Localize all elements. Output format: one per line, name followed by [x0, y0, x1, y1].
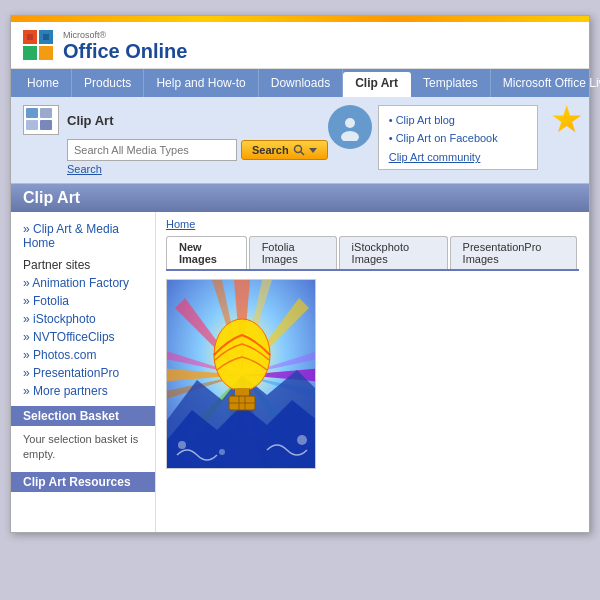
- clipart-facebook-link[interactable]: Clip Art on Facebook: [389, 130, 498, 148]
- clip-art-thumbnail-icon: [23, 105, 59, 135]
- search-right-wrapper: Clip Art blog Clip Art on Facebook Clip …: [328, 105, 582, 170]
- page-title: Clip Art: [23, 189, 80, 206]
- svg-rect-2: [23, 46, 37, 60]
- sidebar-link-presentationpro[interactable]: » PresentationPro: [11, 364, 155, 382]
- clipart-blog-link[interactable]: Clip Art blog: [389, 112, 498, 130]
- sidebar-basket-text: Your selection basket is empty.: [11, 429, 155, 466]
- tab-presentationpro-images[interactable]: PresentationPro Images: [450, 236, 577, 269]
- office-online-label: Office Online: [63, 40, 187, 62]
- svg-line-11: [300, 152, 304, 156]
- sidebar-link-nvtofficeclips[interactable]: » NVTOfficeClips: [11, 328, 155, 346]
- svg-rect-4: [27, 34, 33, 40]
- svg-point-46: [219, 449, 225, 455]
- nav-tab-products[interactable]: Products: [72, 69, 144, 97]
- community-label[interactable]: Clip Art community: [389, 151, 481, 163]
- sidebar-clip-art-resources-title: Clip Art Resources: [11, 472, 155, 492]
- image-tabs: New Images Fotolia Images iStockphoto Im…: [166, 236, 579, 271]
- search-left-panel: Clip Art Search Search: [23, 105, 328, 175]
- sidebar-link-more-partners[interactable]: » More partners: [11, 382, 155, 400]
- search-input-row: Search: [67, 139, 328, 161]
- sidebar-link-photos[interactable]: » Photos.com: [11, 346, 155, 364]
- person-icon: [336, 113, 364, 141]
- nav-tab-home[interactable]: Home: [15, 69, 72, 97]
- tab-fotolia-images[interactable]: Fotolia Images: [249, 236, 337, 269]
- nav-tab-downloads[interactable]: Downloads: [259, 69, 343, 97]
- sidebar-partner-sites-label: Partner sites: [11, 252, 155, 274]
- main-content: Home New Images Fotolia Images iStockpho…: [156, 212, 589, 532]
- tab-new-images[interactable]: New Images: [166, 236, 247, 269]
- sidebar-link-media-home[interactable]: » Clip Art & Media Home: [11, 220, 155, 252]
- svg-rect-9: [40, 120, 52, 130]
- search-input[interactable]: [67, 139, 237, 161]
- nav-tab-help[interactable]: Help and How-to: [144, 69, 258, 97]
- svg-point-44: [178, 441, 186, 449]
- sidebar-link-animation-factory[interactable]: » Animation Factory: [11, 274, 155, 292]
- svg-rect-6: [26, 108, 38, 118]
- svg-rect-3: [39, 46, 53, 60]
- community-panel: Clip Art blog Clip Art on Facebook Clip …: [378, 105, 538, 170]
- star-badge-icon: [552, 105, 582, 135]
- image-preview: [166, 279, 316, 469]
- search-icon: [293, 144, 305, 156]
- search-label-row: Clip Art: [23, 105, 328, 135]
- content-area: » Clip Art & Media Home Partner sites » …: [11, 212, 589, 532]
- nav-tab-officelive[interactable]: Microsoft Office Live: [491, 69, 600, 97]
- header: Microsoft® Office Online: [11, 22, 589, 69]
- breadcrumb: Home: [166, 218, 579, 230]
- svg-marker-12: [309, 148, 317, 153]
- search-button[interactable]: Search: [241, 140, 328, 160]
- svg-point-13: [345, 118, 355, 128]
- svg-point-14: [341, 131, 359, 141]
- microsoft-label: Microsoft®: [63, 30, 187, 40]
- breadcrumb-home-link[interactable]: Home: [166, 218, 195, 230]
- office-logo-icon: [23, 30, 55, 62]
- nav-tab-templates[interactable]: Templates: [411, 69, 491, 97]
- svg-rect-7: [40, 108, 52, 118]
- community-links: Clip Art blog Clip Art on Facebook: [389, 112, 498, 147]
- tab-istockphoto-images[interactable]: iStockphoto Images: [339, 236, 448, 269]
- app-window: Microsoft® Office Online Home Products H…: [10, 15, 590, 533]
- svg-rect-8: [26, 120, 38, 130]
- svg-point-45: [297, 435, 307, 445]
- community-avatar-icon: [328, 105, 372, 149]
- sidebar-selection-basket-title: Selection Basket: [11, 406, 155, 426]
- sidebar: » Clip Art & Media Home Partner sites » …: [11, 212, 156, 532]
- svg-point-10: [294, 146, 301, 153]
- sidebar-link-fotolia[interactable]: » Fotolia: [11, 292, 155, 310]
- page-title-bar: Clip Art: [11, 184, 589, 212]
- nav-tab-clipart[interactable]: Clip Art: [343, 72, 411, 97]
- logo-text: Microsoft® Office Online: [63, 30, 187, 62]
- nav-bar: Home Products Help and How-to Downloads …: [11, 69, 589, 97]
- search-section-label: Clip Art: [67, 113, 113, 128]
- svg-rect-5: [43, 34, 49, 40]
- search-area: Clip Art Search Search: [11, 97, 589, 184]
- dropdown-arrow-icon: [309, 146, 317, 154]
- clipart-image: [167, 280, 316, 469]
- search-link[interactable]: Search: [67, 163, 328, 175]
- sidebar-link-istockphoto[interactable]: » iStockphoto: [11, 310, 155, 328]
